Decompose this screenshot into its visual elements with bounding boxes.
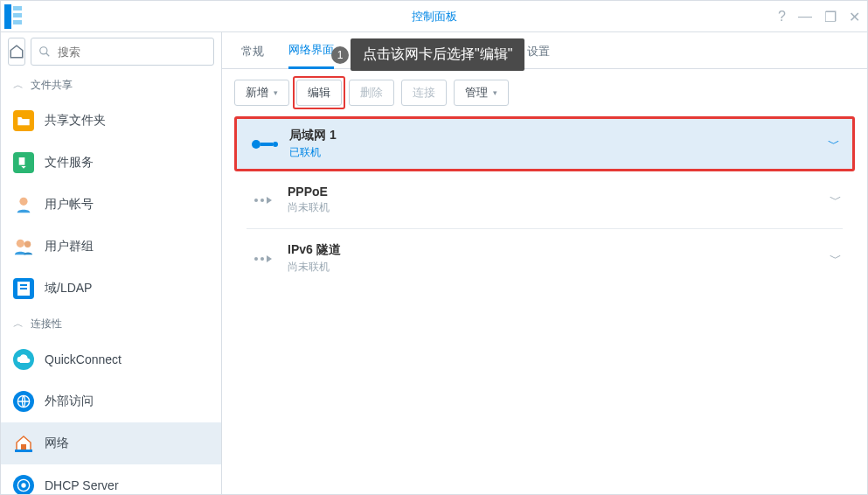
sidebar-item-label: 域/LDAP: [45, 281, 92, 296]
interface-texts: IPv6 隧道 尚未联机: [288, 242, 830, 275]
group-icon: [13, 236, 34, 257]
search-box[interactable]: [31, 38, 214, 66]
help-icon[interactable]: ?: [778, 9, 786, 24]
interface-texts: 局域网 1 已联机: [289, 128, 828, 160]
disconnected-icon: [247, 255, 279, 262]
connected-icon: [249, 140, 281, 149]
sidebar-item-file-services[interactable]: 文件服务: [1, 142, 221, 184]
sidebar-item-shared-folder[interactable]: 共享文件夹: [1, 100, 221, 142]
svg-point-8: [17, 240, 24, 248]
interface-status: 尚未联机: [288, 260, 830, 275]
interface-row-pppoe[interactable]: PPPoE 尚未联机 ﹀: [234, 175, 855, 225]
section-connectivity[interactable]: ︿ 连接性: [1, 310, 221, 338]
tab-general[interactable]: 常规: [241, 44, 264, 68]
sidebar-item-label: 文件服务: [45, 155, 94, 171]
svg-line-5: [46, 53, 50, 57]
section-label: 连接性: [31, 317, 62, 331]
svg-rect-2: [13, 13, 22, 17]
maximize-icon[interactable]: ❐: [824, 9, 837, 25]
toolbar: 新增 ▾ 编辑 删除 连接 管理 ▾: [222, 69, 867, 116]
globe-icon: [13, 391, 34, 412]
sidebar-item-domain-ldap[interactable]: 域/LDAP: [1, 268, 221, 310]
close-icon[interactable]: ✕: [849, 9, 860, 25]
section-label: 文件共享: [31, 78, 73, 93]
interface-list: 局域网 1 已联机 ﹀ PPPoE 尚未联机 ﹀: [222, 116, 867, 284]
ldap-icon: [13, 278, 34, 299]
interface-status: 已联机: [289, 145, 828, 160]
button-label: 编辑: [308, 85, 330, 101]
interface-name: PPPoE: [288, 185, 830, 199]
svg-rect-1: [13, 6, 22, 10]
svg-rect-6: [19, 157, 25, 165]
divider: [247, 228, 843, 229]
search-row: [1, 32, 221, 71]
section-file-sharing[interactable]: ︿ 文件共享: [1, 71, 221, 100]
disconnected-icon: [247, 197, 279, 204]
button-label: 管理: [465, 85, 488, 101]
home-icon: [9, 44, 24, 59]
svg-point-9: [24, 241, 31, 248]
sidebar-item-label: QuickConnect: [45, 352, 122, 366]
svg-rect-11: [20, 284, 27, 286]
button-label: 连接: [413, 85, 435, 101]
sidebar-item-group[interactable]: 用户群组: [1, 226, 221, 268]
chevron-up-icon: ︿: [13, 317, 24, 331]
dhcp-icon: [13, 475, 34, 494]
tab-dsm-settings[interactable]: DSM 设置: [498, 44, 550, 68]
button-label: 删除: [360, 85, 383, 101]
chevron-up-icon: ︿: [13, 78, 24, 93]
tab-traffic-control[interactable]: 流量控制: [358, 44, 404, 68]
sidebar-item-quickconnect[interactable]: QuickConnect: [1, 338, 221, 380]
interface-status: 尚未联机: [288, 200, 830, 215]
caret-down-icon: ▾: [274, 88, 278, 97]
app-icon: [4, 4, 22, 29]
search-input[interactable]: [56, 45, 206, 59]
user-icon: [13, 194, 34, 215]
chevron-down-icon[interactable]: ﹀: [828, 136, 840, 152]
caret-down-icon: ▾: [493, 88, 497, 97]
main-panel: 常规 网络界面 流量控制 静态路由 DSM 设置 1 点击该网卡后选择"编辑" …: [222, 32, 867, 494]
minimize-icon[interactable]: —: [798, 9, 812, 24]
sidebar-item-label: DHCP Server: [45, 478, 119, 492]
interface-texts: PPPoE 尚未联机: [288, 185, 830, 215]
svg-rect-15: [15, 450, 32, 452]
sidebar-item-external-access[interactable]: 外部访问: [1, 380, 221, 422]
chevron-down-icon[interactable]: ﹀: [830, 251, 842, 267]
chevron-down-icon[interactable]: ﹀: [830, 192, 842, 208]
titlebar: 控制面板 ? — ❐ ✕: [1, 1, 867, 32]
sidebar-item-dhcp-server[interactable]: DHCP Server: [1, 464, 221, 494]
folder-icon: [13, 110, 34, 131]
interface-name: 局域网 1: [289, 128, 828, 143]
tab-network-interface[interactable]: 网络界面: [288, 42, 334, 69]
manage-button[interactable]: 管理 ▾: [454, 80, 509, 106]
sidebar-item-label: 外部访问: [45, 394, 94, 409]
interface-row-ipv6-tunnel[interactable]: IPv6 隧道 尚未联机 ﹀: [234, 233, 855, 284]
tab-static-route[interactable]: 静态路由: [428, 44, 474, 68]
sidebar-item-label: 网络: [45, 436, 69, 451]
interface-row-lan1[interactable]: 局域网 1 已联机 ﹀: [234, 116, 855, 171]
svg-rect-12: [20, 288, 27, 289]
svg-point-7: [19, 198, 27, 206]
interface-name: IPv6 隧道: [288, 242, 830, 258]
sidebar-item-label: 用户群组: [45, 239, 94, 254]
home-button[interactable]: [8, 38, 25, 66]
connect-button[interactable]: 连接: [401, 80, 447, 106]
sidebar-item-label: 用户帐号: [45, 197, 94, 213]
network-icon: [13, 433, 34, 454]
sidebar-item-user[interactable]: 用户帐号: [1, 184, 221, 226]
search-icon: [38, 45, 51, 58]
sidebar-item-network[interactable]: 网络: [1, 422, 221, 464]
edit-button[interactable]: 编辑: [296, 80, 342, 106]
button-label: 新增: [246, 85, 268, 101]
window-title: 控制面板: [412, 9, 457, 24]
svg-point-17: [22, 484, 25, 487]
cloud-icon: [13, 349, 34, 370]
svg-rect-14: [21, 444, 26, 450]
file-services-icon: [13, 152, 34, 173]
sidebar-item-label: 共享文件夹: [45, 113, 106, 129]
body: ︿ 文件共享 共享文件夹 文件服务 用户帐号: [1, 32, 867, 494]
add-button[interactable]: 新增 ▾: [234, 80, 289, 106]
delete-button[interactable]: 删除: [349, 80, 394, 106]
sidebar: ︿ 文件共享 共享文件夹 文件服务 用户帐号: [1, 32, 222, 494]
svg-rect-3: [13, 20, 22, 24]
